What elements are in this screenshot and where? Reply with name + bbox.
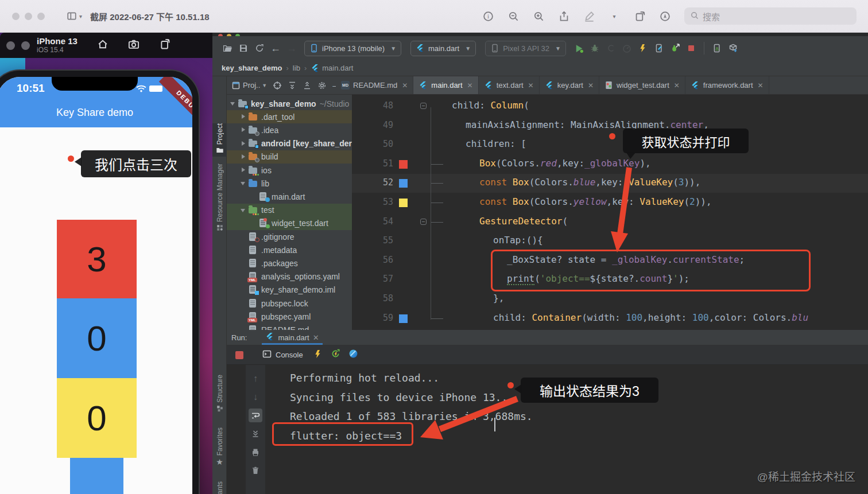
tree-item-main-dart[interactable]: main.dart <box>227 190 352 203</box>
tree-item-key-share-demo[interactable]: key_share_demo~/Studio <box>227 97 352 110</box>
expand-sel-icon[interactable] <box>288 81 297 90</box>
pencil-icon[interactable] <box>579 9 599 24</box>
trash-icon[interactable] <box>249 464 262 477</box>
project-view-selector[interactable]: Proj.. <box>243 81 260 90</box>
chevron-down-icon[interactable] <box>241 181 246 186</box>
compass-icon[interactable] <box>655 9 675 24</box>
stripe-item-favorites[interactable]: Favorites★ <box>212 427 227 465</box>
tree-item--packages[interactable]: .packages <box>227 256 352 270</box>
tab-README-md[interactable]: MDREADME.md✕ <box>336 76 413 94</box>
device-flutter-icon[interactable] <box>651 40 667 56</box>
traffic-zoom-button[interactable] <box>37 13 45 20</box>
attach-icon[interactable] <box>603 40 619 56</box>
color-preview-swatch[interactable] <box>399 179 408 188</box>
back-icon[interactable]: ← <box>268 40 284 56</box>
chevron-right-icon[interactable] <box>241 154 246 160</box>
tree-item-lib[interactable]: lib <box>227 177 352 190</box>
combo-iphone-13-mobile-[interactable]: iPhone 13 (mobile)▼ <box>304 41 401 56</box>
code-editor[interactable]: 48–child: Column(49mainAxisAlignment: Ma… <box>352 95 868 330</box>
close-icon[interactable]: ✕ <box>467 81 473 90</box>
color-preview-swatch[interactable] <box>399 199 408 207</box>
stripe-item-structure[interactable]: Structure <box>212 375 227 422</box>
chevron-down-icon[interactable] <box>241 208 246 213</box>
flutter-box-2[interactable]: 0 <box>57 378 137 458</box>
chevron-down-icon[interactable] <box>230 101 235 106</box>
tree-item-pubspec-lock[interactable]: pubspec.lock <box>227 297 352 310</box>
flutter-box-1[interactable]: 0 <box>57 298 137 378</box>
zoom-out-icon[interactable] <box>503 9 523 24</box>
chevron-right-icon[interactable] <box>241 168 246 173</box>
tab-main-dart[interactable]: main.dart✕ <box>413 76 478 94</box>
fold-icon[interactable]: – <box>420 219 427 225</box>
color-preview-swatch[interactable] <box>399 160 408 169</box>
bug-icon[interactable] <box>587 40 603 56</box>
tree-item--dart-tool[interactable]: .dart_tool <box>227 110 352 123</box>
close-icon[interactable]: ✕ <box>758 81 764 90</box>
tree-item-ios[interactable]: ios <box>227 164 352 177</box>
stripe-item-resource-manager[interactable]: Resource Manager <box>212 164 227 244</box>
tree-item-pubspec-yaml[interactable]: YMLpubspec.yaml <box>227 310 352 323</box>
close-icon[interactable]: ✕ <box>528 81 534 90</box>
arrow-down-icon[interactable]: ↓ <box>249 390 262 404</box>
folder-open-icon[interactable] <box>219 40 235 56</box>
tree-item--idea[interactable]: .idea <box>227 123 352 137</box>
stop-button[interactable] <box>232 348 246 362</box>
scroll-end-icon[interactable] <box>249 427 262 441</box>
run-tab-main-dart[interactable]: main.dart ✕ <box>262 330 322 345</box>
stripe-item-project[interactable]: Project <box>212 123 227 157</box>
tree-item-key-share-demo-iml[interactable]: key_share_demo.iml <box>227 283 352 297</box>
tree-item-test[interactable]: test <box>227 204 352 217</box>
breadcrumb-item-key_share_demo[interactable]: key_share_demo <box>222 64 282 72</box>
tree-item--gitignore[interactable]: .gitignore <box>227 230 352 243</box>
fold-icon[interactable]: – <box>420 103 427 109</box>
profiler-icon[interactable] <box>619 40 635 56</box>
zoom-in-icon[interactable] <box>529 9 548 24</box>
tree-item--metadata[interactable]: .metadata <box>227 243 352 256</box>
combo-main-dart[interactable]: main.dart▼ <box>410 41 476 56</box>
home-icon[interactable] <box>97 38 108 52</box>
flutter-box-3[interactable] <box>70 458 123 494</box>
printer-icon[interactable] <box>249 445 262 459</box>
tree-item-android-key-share-der[interactable]: android [key_share_der <box>227 137 352 150</box>
console-dart-icon[interactable] <box>348 349 358 361</box>
console-hot-restart-icon[interactable] <box>331 349 340 361</box>
sync-icon[interactable] <box>251 40 268 56</box>
traffic-close-button[interactable] <box>12 13 20 20</box>
flutter-box-0[interactable]: 3 <box>57 220 137 298</box>
target-icon[interactable] <box>273 81 282 90</box>
gear-icon[interactable] <box>317 81 327 90</box>
sidebar-toggle-button[interactable]: ▾ <box>67 11 82 21</box>
simulator-minimize-button[interactable] <box>21 41 30 50</box>
simulator-close-button[interactable] <box>6 41 15 50</box>
tree-item-readme-md[interactable]: MDREADME.md <box>227 323 352 330</box>
tree-item-analysis-options-yaml[interactable]: YMLanalysis_options.yaml <box>227 270 352 283</box>
tab-framework-dart[interactable]: framework.dart✕ <box>685 76 769 94</box>
tab-widget_test-dart[interactable]: widget_test.dart✕ <box>599 76 685 94</box>
rotate-icon[interactable] <box>630 9 649 24</box>
rotate-device-icon[interactable] <box>159 38 170 52</box>
device-manager-icon[interactable] <box>709 40 725 56</box>
chevron-right-icon[interactable] <box>241 114 246 119</box>
close-icon[interactable]: ✕ <box>674 81 680 90</box>
play-icon[interactable] <box>571 40 587 56</box>
info-icon[interactable]: i <box>478 9 498 24</box>
arrow-up-icon[interactable]: ↑ <box>249 372 262 386</box>
close-icon[interactable]: ✕ <box>588 81 594 90</box>
search-input[interactable]: 搜索 <box>684 7 857 25</box>
console-bolt-icon[interactable] <box>313 349 323 361</box>
stripe-item-build-variants[interactable]: Build Variants <box>212 481 227 494</box>
chevron-right-icon[interactable] <box>241 141 246 146</box>
close-icon[interactable]: ✕ <box>313 333 319 342</box>
close-icon[interactable]: ✕ <box>402 81 408 90</box>
stop-icon[interactable] <box>683 40 699 56</box>
breadcrumb-item-main.dart[interactable]: main.dart <box>311 64 353 73</box>
soft-wrap-icon[interactable] <box>249 409 262 422</box>
forward-icon[interactable]: → <box>284 40 300 56</box>
tree-item-widget-test-dart[interactable]: widget_test.dart <box>227 217 352 230</box>
save-icon[interactable] <box>235 40 251 56</box>
chevron-right-icon[interactable] <box>241 127 246 133</box>
debug-attach-icon[interactable] <box>667 40 683 56</box>
collapse-all-icon[interactable] <box>303 81 312 90</box>
traffic-minimize-button[interactable] <box>25 13 32 20</box>
tree-item-build[interactable]: build <box>227 150 352 164</box>
